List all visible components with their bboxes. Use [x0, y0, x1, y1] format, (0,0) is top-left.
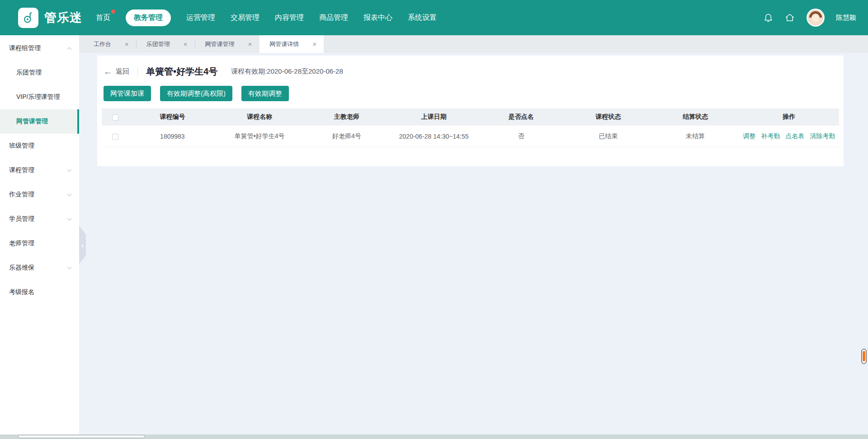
nav-item[interactable]: 首页 [96, 9, 110, 26]
tab-label: 网管课详情 [269, 40, 299, 48]
sidebar-item[interactable]: 班级管理 [0, 134, 79, 158]
nav-item[interactable]: 报表中心 [363, 9, 392, 26]
nav-item[interactable]: 系统设置 [408, 9, 437, 26]
chevron-left-icon: ‹ [81, 241, 84, 249]
nav-item-label: 教务管理 [134, 14, 163, 21]
horizontal-scrollbar[interactable] [0, 434, 868, 439]
vertical-scroll-indicator[interactable] [861, 349, 867, 364]
user-name[interactable]: 陈慧颖 [836, 14, 856, 22]
sidebar-item[interactable]: 作业管理 [0, 182, 79, 207]
table-row: 1809983单簧管•好学生4号好老师4号2020-06-28 14:30~14… [102, 126, 839, 147]
cell-date: 2020-06-28 14:30~14:55 [390, 133, 477, 140]
sidebar-item-label: 课程管理 [9, 166, 34, 174]
tab-close-icon[interactable]: × [248, 41, 252, 47]
tab[interactable]: 工作台× [84, 35, 136, 53]
column-header: 是否点名 [477, 113, 565, 121]
table-header: 课程编号课程名称主教老师上课日期是否点名课程状态结算状态操作 [102, 108, 839, 126]
cell-course-name: 单簧管•好学生4号 [216, 132, 303, 140]
tab[interactable]: 乐团管理× [137, 35, 195, 53]
column-header: 结算状态 [652, 113, 739, 121]
row-action-link[interactable]: 调整 [743, 132, 755, 140]
tab-label: 乐团管理 [146, 40, 170, 48]
app-logo-icon [18, 8, 38, 28]
course-table: 课程编号课程名称主教老师上课日期是否点名课程状态结算状态操作 1809983单簧… [102, 108, 839, 147]
action-button[interactable]: 网管课加课 [104, 86, 151, 101]
bell-icon[interactable] [763, 13, 774, 23]
back-arrow-icon: ← [104, 67, 112, 76]
select-all-checkbox[interactable] [112, 114, 118, 121]
header-right: 陈慧颖 [763, 8, 868, 27]
tab-label: 工作台 [94, 40, 111, 48]
cell-settle-status: 未结算 [652, 132, 739, 140]
sidebar-subitem-label: VIP/乐理课管理 [16, 93, 60, 101]
sidebar-item-label: 学员管理 [9, 215, 34, 223]
sidebar-subitem-label: 乐团管理 [16, 69, 42, 77]
main-content: ← 返回 单簧管•好学生4号 课程有效期:2020-06-28至2020-06-… [79, 53, 868, 439]
nav-item-label: 首页 [96, 14, 110, 21]
row-action-link[interactable]: 补考勤 [761, 132, 780, 140]
horizontal-scrollbar-thumb[interactable] [18, 435, 145, 438]
page-title: 单簧管•好学生4号 [146, 65, 217, 78]
nav-item[interactable]: 运营管理 [186, 9, 215, 26]
nav-item-label: 商品管理 [319, 14, 348, 21]
chevron-down-icon [67, 191, 72, 196]
sidebar-menu: 课程组管理乐团管理VIP/乐理课管理网管课管理班级管理课程管理作业管理学员管理老… [0, 36, 79, 304]
row-actions: 调整补考勤点名表清除考勤 [739, 132, 839, 140]
row-action-link[interactable]: 点名表 [785, 132, 804, 140]
sidebar-subitem[interactable]: 网管课管理 [0, 109, 79, 134]
course-validity: 课程有效期:2020-06-28至2020-06-28 [231, 67, 343, 76]
sidebar-subitem[interactable]: VIP/乐理课管理 [0, 85, 79, 109]
tab-label: 网管课管理 [205, 40, 235, 48]
sidebar-item[interactable]: 课程管理 [0, 158, 79, 182]
sidebar-subitem[interactable]: 乐团管理 [0, 61, 79, 85]
tab-bar: 工作台×乐团管理×网管课管理×网管课详情× [79, 35, 868, 53]
sidebar-item[interactable]: 老师管理 [0, 231, 79, 256]
chevron-down-icon [67, 167, 72, 172]
chevron-down-icon [67, 216, 72, 220]
nav-item[interactable]: 商品管理 [319, 9, 348, 26]
sidebar-item[interactable]: 乐器维保 [0, 256, 79, 280]
tab[interactable]: 网管课详情× [259, 35, 324, 53]
sidebar-item-label: 课程组管理 [9, 44, 41, 52]
tab-close-icon[interactable]: × [312, 41, 316, 47]
chevron-down-icon [67, 265, 72, 269]
action-button[interactable]: 有效期调整(高权限) [160, 86, 232, 101]
nav-item-label: 交易管理 [231, 14, 259, 21]
column-header: 课程名称 [216, 113, 303, 121]
divider [137, 68, 138, 75]
sidebar-item[interactable]: 考级报名 [0, 280, 79, 304]
column-header: 课程编号 [129, 113, 216, 121]
detail-card: ← 返回 单簧管•好学生4号 课程有效期:2020-06-28至2020-06-… [97, 56, 844, 166]
action-button[interactable]: 有效期调整 [241, 86, 289, 101]
avatar[interactable] [806, 8, 825, 27]
cell-teacher: 好老师4号 [303, 132, 391, 140]
nav-item[interactable]: 内容管理 [275, 9, 304, 26]
back-button[interactable]: ← 返回 [104, 67, 129, 76]
cell-course-id: 1809983 [129, 133, 216, 140]
nav-item-label: 运营管理 [186, 14, 215, 21]
brand[interactable]: 管乐迷 [0, 8, 82, 28]
nav-item[interactable]: 教务管理 [126, 9, 171, 26]
nav-item[interactable]: 交易管理 [231, 9, 259, 26]
nav-item-label: 报表中心 [363, 14, 392, 21]
chevron-up-icon [67, 47, 72, 51]
sidebar-item[interactable]: 课程组管理 [0, 36, 79, 61]
sidebar-item[interactable]: 学员管理 [0, 207, 79, 231]
sidebar-item-label: 班级管理 [9, 142, 34, 150]
vertical-scroll-indicator-fill [863, 351, 865, 361]
brand-name: 管乐迷 [44, 9, 82, 26]
row-action-link[interactable]: 清除考勤 [810, 132, 835, 140]
tab-close-icon[interactable]: × [184, 41, 188, 47]
row-checkbox[interactable] [112, 134, 118, 140]
column-header: 主教老师 [303, 113, 391, 121]
tab-close-icon[interactable]: × [125, 41, 129, 47]
notification-dot [111, 9, 115, 14]
row-checkbox-cell [102, 132, 129, 140]
table-body: 1809983单簧管•好学生4号好老师4号2020-06-28 14:30~14… [102, 126, 839, 147]
home-icon[interactable] [784, 12, 795, 23]
sidebar-item-label: 乐器维保 [9, 264, 34, 272]
sidebar-item-label: 考级报名 [9, 288, 34, 296]
column-header: 课程状态 [565, 113, 652, 121]
tab[interactable]: 网管课管理× [195, 35, 259, 53]
nav-item-label: 系统设置 [408, 14, 437, 21]
